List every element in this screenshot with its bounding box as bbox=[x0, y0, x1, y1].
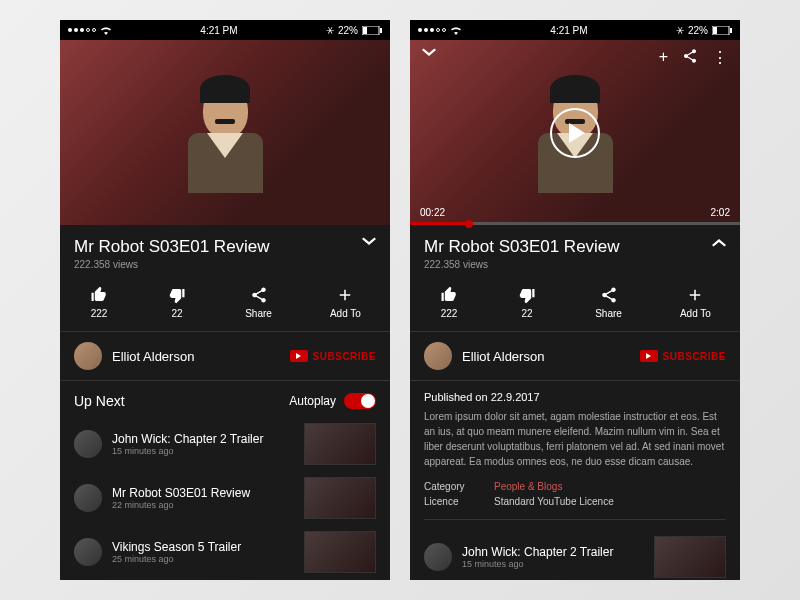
video-title: Mr Robot S03E01 Review bbox=[74, 237, 270, 257]
battery-icon bbox=[712, 26, 732, 35]
licence-label: Licence bbox=[424, 496, 494, 507]
plus-icon bbox=[685, 286, 705, 304]
subscribe-button[interactable]: SUBSCRIBE bbox=[290, 350, 376, 362]
autoplay-label: Autoplay bbox=[289, 394, 336, 408]
avatar bbox=[74, 538, 102, 566]
video-thumbnail bbox=[654, 536, 726, 578]
phone-collapsed: 4:21 PM ⚹ 22% Mr Robot S03E01 Review 222… bbox=[60, 20, 390, 580]
battery-percent: 22% bbox=[688, 25, 708, 36]
collapse-chevron-up-icon[interactable] bbox=[712, 237, 726, 247]
divider bbox=[424, 519, 726, 520]
upnext-label: Up Next bbox=[74, 393, 125, 409]
avatar bbox=[74, 430, 102, 458]
video-title: Mr Robot S03E01 Review bbox=[424, 237, 620, 257]
video-thumbnail bbox=[304, 531, 376, 573]
progress-bar[interactable] bbox=[410, 222, 740, 225]
wifi-icon bbox=[450, 26, 462, 35]
dislike-button[interactable]: 22 bbox=[517, 286, 537, 319]
channel-name[interactable]: Elliot Alderson bbox=[112, 349, 280, 364]
bluetooth-icon: ⚹ bbox=[326, 24, 334, 36]
thumbs-up-icon bbox=[89, 286, 109, 304]
channel-avatar[interactable] bbox=[74, 342, 102, 370]
subscribe-button[interactable]: SUBSCRIBE bbox=[640, 350, 726, 362]
plus-icon bbox=[335, 286, 355, 304]
category-value[interactable]: People & Blogs bbox=[494, 481, 562, 492]
more-icon[interactable]: ⋮ bbox=[712, 48, 728, 67]
expand-chevron-down-icon[interactable] bbox=[362, 237, 376, 247]
thumbs-up-icon bbox=[439, 286, 459, 304]
addto-button[interactable]: Add To bbox=[330, 286, 361, 319]
status-bar: 4:21 PM ⚹ 22% bbox=[410, 20, 740, 40]
channel-avatar[interactable] bbox=[424, 342, 452, 370]
status-bar: 4:21 PM ⚹ 22% bbox=[60, 20, 390, 40]
video-player[interactable]: + ⋮ 00:22 2:02 bbox=[410, 40, 740, 225]
category-label: Category bbox=[424, 481, 494, 492]
play-button[interactable] bbox=[550, 108, 600, 158]
licence-value: Standard YouTube Licence bbox=[494, 496, 614, 507]
publish-date: Published on 22.9.2017 bbox=[410, 381, 740, 409]
battery-percent: 22% bbox=[338, 25, 358, 36]
autoplay-toggle[interactable] bbox=[344, 393, 376, 409]
view-count: 222.358 views bbox=[60, 259, 390, 280]
dislike-button[interactable]: 22 bbox=[167, 286, 187, 319]
video-thumbnail bbox=[304, 477, 376, 519]
minimize-chevron-down-icon[interactable] bbox=[422, 48, 436, 58]
play-icon bbox=[569, 123, 585, 143]
avatar bbox=[424, 543, 452, 571]
addto-button[interactable]: Add To bbox=[680, 286, 711, 319]
video-player[interactable] bbox=[60, 40, 390, 225]
video-thumbnail bbox=[304, 423, 376, 465]
share-button[interactable]: Share bbox=[245, 286, 272, 319]
action-bar: 222 22 Share Add To bbox=[410, 280, 740, 332]
thumbs-down-icon bbox=[167, 286, 187, 304]
time-duration: 2:02 bbox=[711, 207, 730, 218]
avatar bbox=[74, 484, 102, 512]
share-button[interactable]: Share bbox=[595, 286, 622, 319]
svg-rect-5 bbox=[730, 28, 732, 33]
list-item[interactable]: John Wick: Chapter 2 Trailer15 minutes a… bbox=[410, 530, 740, 580]
share-icon bbox=[249, 286, 269, 304]
svg-rect-2 bbox=[380, 28, 382, 33]
svg-rect-1 bbox=[363, 27, 367, 34]
status-time: 4:21 PM bbox=[550, 25, 587, 36]
like-button[interactable]: 222 bbox=[439, 286, 459, 319]
video-description: Lorem ipsum dolor sit amet, agam molesti… bbox=[410, 409, 740, 479]
wifi-icon bbox=[100, 26, 112, 35]
battery-icon bbox=[362, 26, 382, 35]
bluetooth-icon: ⚹ bbox=[676, 24, 684, 36]
list-item[interactable]: Mr Robot S03E01 Review22 minutes ago bbox=[60, 471, 390, 525]
phone-expanded: 4:21 PM ⚹ 22% + ⋮ 00:22 2:02 Mr R bbox=[410, 20, 740, 580]
like-button[interactable]: 222 bbox=[89, 286, 109, 319]
thumbs-down-icon bbox=[517, 286, 537, 304]
svg-rect-4 bbox=[713, 27, 717, 34]
share-icon[interactable] bbox=[682, 48, 698, 64]
youtube-icon bbox=[290, 350, 308, 362]
status-time: 4:21 PM bbox=[200, 25, 237, 36]
list-item[interactable]: John Wick: Chapter 2 Trailer15 minutes a… bbox=[60, 417, 390, 471]
channel-name[interactable]: Elliot Alderson bbox=[462, 349, 630, 364]
time-elapsed: 00:22 bbox=[420, 207, 445, 218]
view-count: 222.358 views bbox=[410, 259, 740, 280]
action-bar: 222 22 Share Add To bbox=[60, 280, 390, 332]
youtube-icon bbox=[640, 350, 658, 362]
share-icon bbox=[599, 286, 619, 304]
add-icon[interactable]: + bbox=[659, 48, 668, 67]
list-item[interactable]: Vikings Season 5 Trailer25 minutes ago bbox=[60, 525, 390, 579]
